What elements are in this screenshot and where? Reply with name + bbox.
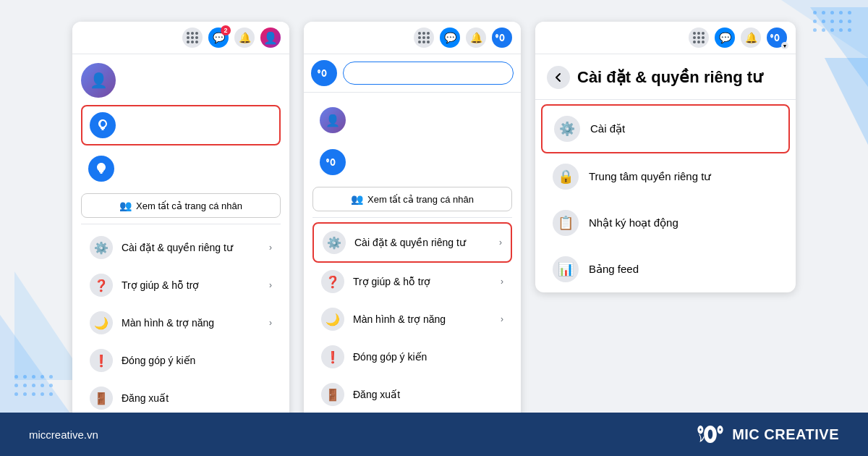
display-icon-2: 🌙 xyxy=(321,308,344,331)
notifications-icon-2[interactable]: 🔔 xyxy=(466,28,486,48)
messenger-badge: 2 xyxy=(221,25,231,35)
brand-logo: MIC CREATIVE xyxy=(696,420,839,449)
divider-2 xyxy=(312,217,512,218)
main-content: 💬 2 🔔 👤 👤 xyxy=(0,0,868,394)
menu-label-feedback-1: Đóng góp ý kiến xyxy=(122,355,272,366)
chevron-settings-1: › xyxy=(269,242,272,253)
settings-item-feed[interactable]: 📊 Bảng feed xyxy=(541,246,790,292)
view-all-label-2: Xem tất cả trang cá nhân xyxy=(367,194,474,205)
panel-1: 💬 2 🔔 👤 👤 xyxy=(72,22,289,456)
user-avatar-1[interactable]: 👤 xyxy=(260,28,281,48)
chevron-help-2: › xyxy=(501,276,503,287)
nav-bar-3: 💬 🔔 ▼ xyxy=(535,22,796,54)
menu-item-settings-2[interactable]: ⚙️ Cài đặt & quyền riêng tư › xyxy=(312,222,512,263)
panel-2: 💬 🔔 � xyxy=(304,22,521,454)
account-item-highlighted-1[interactable] xyxy=(81,105,281,145)
main-user-avatar: 👤 xyxy=(81,63,116,98)
search-input-2[interactable] xyxy=(343,62,514,85)
menu-item-logout-1[interactable]: 🚪 Đăng xuất xyxy=(81,379,281,417)
account-logo-2-2 xyxy=(320,149,346,175)
menu-label-logout-1: Đăng xuất xyxy=(122,392,272,404)
brand-name-text: MIC CREATIVE xyxy=(732,426,839,443)
settings-icon-2: ⚙️ xyxy=(323,231,346,254)
search-logo-2 xyxy=(311,60,337,86)
notifications-icon[interactable]: 🔔 xyxy=(234,28,255,48)
display-icon-1: 🌙 xyxy=(90,311,113,334)
messenger-icon-2[interactable]: 💬 xyxy=(440,28,460,48)
settings-item-privacy[interactable]: 🔒 Trung tâm quyền riêng tư xyxy=(541,153,790,200)
menu-label-display-1: Màn hình & trợ năng xyxy=(122,317,260,329)
menu-label-logout-2: Đăng xuất xyxy=(353,389,503,400)
brand-nav-icon-2[interactable] xyxy=(492,28,512,48)
feedback-icon-1: ❗ xyxy=(90,349,113,372)
menu-label-feedback-2: Đóng góp ý kiến xyxy=(353,351,503,363)
logout-icon-1: 🚪 xyxy=(90,387,113,410)
messenger-icon[interactable]: 💬 2 xyxy=(208,28,229,48)
nav-bar-1: 💬 2 🔔 👤 xyxy=(72,22,289,54)
settings-icon-1: ⚙️ xyxy=(90,236,113,259)
grid-menu-icon[interactable] xyxy=(182,28,203,48)
menu-item-help-2[interactable]: ❓ Trợ giúp & hỗ trợ › xyxy=(312,263,512,300)
settings-title-3: Cài đặt & quyền riêng tư xyxy=(577,68,762,87)
logout-icon-2: 🚪 xyxy=(321,383,344,406)
brand-icon-svg xyxy=(696,420,725,449)
avatar-1-2: 👤 xyxy=(320,107,346,133)
settings-settings-icon: ⚙️ xyxy=(554,116,580,142)
settings-item-label-feed: Bảng feed xyxy=(589,263,639,276)
messenger-icon-3[interactable]: 💬 xyxy=(715,28,735,48)
account-item-2-1[interactable] xyxy=(81,150,281,187)
view-all-label-1: Xem tất cả trang cá nhân xyxy=(136,200,242,211)
notifications-icon-3[interactable]: 🔔 xyxy=(741,28,761,48)
chevron-settings-2: › xyxy=(499,237,502,248)
menu-item-display-1[interactable]: 🌙 Màn hình & trợ năng › xyxy=(81,304,281,342)
grid-menu-icon-2[interactable] xyxy=(414,28,434,48)
menu-item-feedback-1[interactable]: ❗ Đóng góp ý kiến xyxy=(81,342,281,379)
menu-label-help-2: Trợ giúp & hỗ trợ xyxy=(353,276,492,287)
settings-activity-icon: 📋 xyxy=(553,210,579,236)
settings-item-settings[interactable]: ⚙️ Cài đặt xyxy=(541,104,790,153)
profile-section-2: 👤 👥 Xem tất cả trang cá nhân ⚙️ Cài đặt … xyxy=(304,93,521,454)
search-bar-2 xyxy=(304,54,521,93)
settings-item-label-activity: Nhật ký hoạt động xyxy=(589,216,678,229)
account-logo-1 xyxy=(90,112,116,138)
menu-label-settings-1: Cài đặt & quyền riêng tư xyxy=(122,242,260,253)
chevron-display-2: › xyxy=(501,314,503,324)
settings-item-activity[interactable]: 📋 Nhật ký hoạt động xyxy=(541,200,790,246)
menu-label-help-1: Trợ giúp & hỗ trợ xyxy=(122,279,260,291)
brand-url: miccreative.vn xyxy=(29,428,98,441)
menu-item-logout-2[interactable]: 🚪 Đăng xuất xyxy=(312,376,512,413)
grid-menu-icon-3[interactable] xyxy=(689,28,709,48)
back-button-3[interactable] xyxy=(547,66,570,89)
brand-nav-icon-3[interactable]: ▼ xyxy=(767,28,787,48)
chevron-help-1: › xyxy=(269,280,272,290)
divider-1 xyxy=(81,224,281,224)
settings-item-label-privacy: Trung tâm quyền riêng tư xyxy=(589,170,711,183)
help-icon-2: ❓ xyxy=(321,270,344,293)
settings-privacy-icon: 🔒 xyxy=(553,164,579,190)
settings-item-label-settings: Cài đặt xyxy=(590,122,625,135)
menu-item-settings-1[interactable]: ⚙️ Cài đặt & quyền riêng tư › xyxy=(81,229,281,266)
chevron-display-1: › xyxy=(269,318,272,328)
divider-3 xyxy=(535,99,796,100)
account-item-1-2[interactable]: 👤 xyxy=(312,101,512,139)
menu-label-settings-2: Cài đặt & quyền riêng tư xyxy=(354,237,490,248)
settings-header-3: Cài đặt & quyền riêng tư xyxy=(535,54,796,95)
view-all-button-2[interactable]: 👥 Xem tất cả trang cá nhân xyxy=(312,187,512,211)
feedback-icon-2: ❗ xyxy=(321,345,344,368)
bottom-bar: miccreative.vn MIC CREATIVE xyxy=(0,413,868,456)
profile-section-1: 👤 👥 Xem tất cả tr xyxy=(72,54,289,456)
nav-bar-2: 💬 🔔 xyxy=(304,22,521,54)
account-logo-2-1 xyxy=(88,156,114,182)
menu-item-display-2[interactable]: 🌙 Màn hình & trợ năng › xyxy=(312,300,512,338)
account-item-2-2[interactable] xyxy=(312,143,512,181)
view-all-button-1[interactable]: 👥 Xem tất cả trang cá nhân xyxy=(81,193,281,218)
main-avatar-row: 👤 xyxy=(81,63,281,98)
menu-item-feedback-2[interactable]: ❗ Đóng góp ý kiến xyxy=(312,338,512,376)
settings-feed-icon: 📊 xyxy=(553,256,579,282)
menu-item-help-1[interactable]: ❓ Trợ giúp & hỗ trợ › xyxy=(81,266,281,304)
panel-3: 💬 🔔 ▼ Cài đặt & quyền xyxy=(535,22,796,292)
help-icon-1: ❓ xyxy=(90,274,113,297)
menu-label-display-2: Màn hình & trợ năng xyxy=(353,313,492,325)
